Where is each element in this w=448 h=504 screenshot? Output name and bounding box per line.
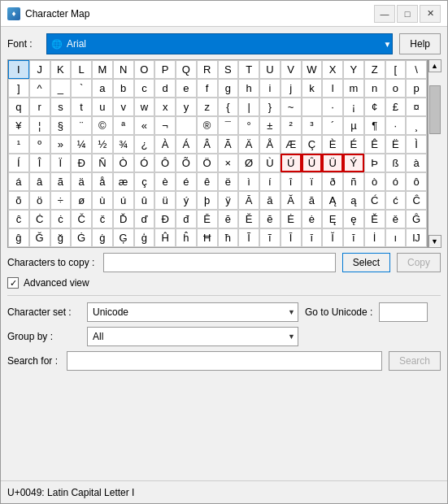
char-cell[interactable]: ė xyxy=(302,210,323,228)
char-cell[interactable]: Â xyxy=(197,135,218,154)
char-cell[interactable]: Ħ xyxy=(197,228,218,247)
char-cell[interactable]: ġ xyxy=(92,228,113,247)
char-cell[interactable]: N xyxy=(113,60,134,79)
scroll-down-arrow[interactable]: ▼ xyxy=(428,235,441,248)
scroll-up-arrow[interactable]: ▲ xyxy=(428,59,441,72)
char-cell[interactable]: Ä xyxy=(238,135,259,154)
char-cell[interactable]: o xyxy=(385,79,407,98)
char-cell[interactable]: ù xyxy=(92,191,113,210)
char-cell[interactable]: Ü xyxy=(322,154,343,172)
char-cell[interactable]: Ó xyxy=(134,154,155,172)
char-cell[interactable]: ¨ xyxy=(71,116,92,135)
char-cell[interactable]: Ă xyxy=(281,191,302,210)
char-cell[interactable]: r xyxy=(29,98,50,116)
char-cell[interactable]: × xyxy=(218,154,239,172)
char-cell[interactable]: þ xyxy=(197,191,218,210)
char-cell[interactable]: Ô xyxy=(154,154,176,172)
char-cell[interactable]: £ xyxy=(385,98,407,116)
char-cell[interactable]: e xyxy=(176,79,197,98)
char-cell[interactable]: Ĝ xyxy=(406,210,427,228)
char-cell[interactable]: ī xyxy=(302,228,323,247)
char-cell[interactable]: ģ xyxy=(134,228,155,247)
char-cell[interactable]: Q xyxy=(176,60,197,79)
char-cell[interactable]: ~ xyxy=(281,98,302,116)
char-cell[interactable]: Ć xyxy=(364,191,385,210)
char-cell[interactable]: Ď xyxy=(113,210,134,228)
char-cell[interactable]: ¶ xyxy=(364,116,385,135)
char-cell[interactable]: ó xyxy=(385,172,407,191)
maximize-button[interactable]: □ xyxy=(397,5,418,23)
char-cell[interactable]: Ö xyxy=(197,154,218,172)
char-cell[interactable]: Ě xyxy=(364,210,385,228)
char-cell[interactable]: Ğ xyxy=(29,228,50,247)
char-cell[interactable]: ø xyxy=(71,191,92,210)
char-cell[interactable]: Ġ xyxy=(71,228,92,247)
char-cell[interactable]: · xyxy=(322,98,343,116)
char-cell[interactable]: ï xyxy=(302,172,323,191)
char-cell[interactable]: ę xyxy=(343,210,364,228)
char-cell[interactable]: Ú xyxy=(281,154,302,172)
char-cell[interactable]: Ê xyxy=(364,135,385,154)
char-cell[interactable]: è xyxy=(154,172,176,191)
char-cell[interactable]: · xyxy=(385,116,407,135)
char-cell[interactable]: Ī xyxy=(281,228,302,247)
char-cell[interactable]: y xyxy=(176,98,197,116)
char-cell[interactable]: [ xyxy=(385,60,407,79)
char-cell[interactable]: Č xyxy=(71,210,92,228)
char-cell[interactable]: ¸ xyxy=(406,116,427,135)
char-cell[interactable]: j xyxy=(281,79,302,98)
char-cell[interactable]: É xyxy=(343,135,364,154)
char-cell[interactable]: c xyxy=(134,79,155,98)
char-cell[interactable]: ð xyxy=(322,172,343,191)
char-cell[interactable]: v xyxy=(113,98,134,116)
char-cell[interactable]: ¹ xyxy=(8,135,29,154)
select-button[interactable]: Select xyxy=(342,253,390,272)
char-cell[interactable]: ĩ xyxy=(259,228,281,247)
char-cell[interactable]: Ē xyxy=(197,210,218,228)
char-cell[interactable]: K xyxy=(50,60,72,79)
char-cell[interactable]: I xyxy=(8,60,29,79)
char-cell[interactable]: O xyxy=(134,60,155,79)
char-cell[interactable]: R xyxy=(197,60,218,79)
unicode-input[interactable] xyxy=(379,302,428,322)
char-cell[interactable]: Ï xyxy=(50,154,72,172)
char-cell[interactable]: ò xyxy=(364,172,385,191)
char-cell[interactable]: ´ xyxy=(322,116,343,135)
char-cell[interactable]: § xyxy=(50,116,72,135)
char-cell[interactable]: Ù xyxy=(259,154,281,172)
char-cell[interactable]: ½ xyxy=(92,135,113,154)
char-cell[interactable]: ¦ xyxy=(29,116,50,135)
char-cell[interactable]: V xyxy=(281,60,302,79)
char-cell[interactable]: _ xyxy=(50,79,72,98)
char-cell[interactable]: Ĭ xyxy=(322,228,343,247)
char-cell[interactable]: ß xyxy=(385,154,407,172)
char-cell[interactable]: ì xyxy=(238,172,259,191)
char-cell[interactable]: ¢ xyxy=(364,98,385,116)
close-button[interactable]: ✕ xyxy=(420,5,441,23)
char-cell[interactable]: ĝ xyxy=(8,228,29,247)
scroll-thumb[interactable] xyxy=(429,85,441,134)
char-cell[interactable]: \ xyxy=(406,60,427,79)
char-cell[interactable]: Ñ xyxy=(92,154,113,172)
char-cell[interactable]: x xyxy=(154,98,176,116)
char-cell[interactable]: ¬ xyxy=(154,116,176,135)
char-cell[interactable]: ` xyxy=(71,79,92,98)
char-cell[interactable]: m xyxy=(343,79,364,98)
char-cell[interactable]: g xyxy=(218,79,239,98)
char-cell[interactable]: Ą xyxy=(322,191,343,210)
char-cell[interactable]: Å xyxy=(259,135,281,154)
char-cell[interactable]: | xyxy=(238,98,259,116)
char-cell[interactable]: Ĩ xyxy=(238,228,259,247)
char-cell[interactable]: ª xyxy=(113,116,134,135)
char-cell[interactable]: Ģ xyxy=(113,228,134,247)
char-cell[interactable]: í xyxy=(259,172,281,191)
char-cell[interactable]: ě xyxy=(385,210,407,228)
char-cell[interactable]: ü xyxy=(154,191,176,210)
charset-select[interactable]: Unicode xyxy=(87,302,298,322)
char-cell[interactable]: Ç xyxy=(302,135,323,154)
search-input[interactable] xyxy=(67,351,382,371)
char-cell[interactable]: X xyxy=(322,60,343,79)
char-cell[interactable]: Ð xyxy=(71,154,92,172)
char-cell[interactable]: U xyxy=(259,60,281,79)
char-cell[interactable]: Ĳ xyxy=(406,228,427,247)
